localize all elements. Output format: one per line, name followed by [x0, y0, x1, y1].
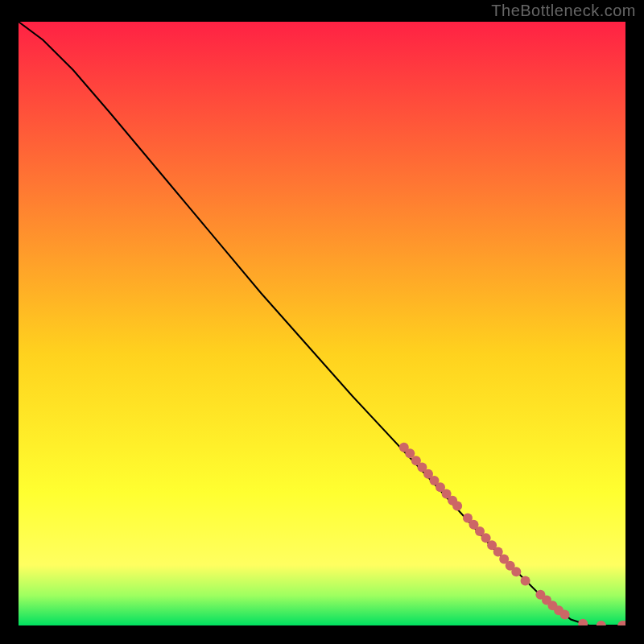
watermark-text: TheBottleneck.com — [491, 2, 636, 20]
plot-area — [19, 22, 625, 625]
chart-svg — [19, 22, 625, 625]
chart-stage: TheBottleneck.com — [0, 0, 644, 644]
data-marker — [452, 502, 462, 511]
data-marker — [560, 610, 570, 620]
data-marker — [511, 567, 521, 576]
data-marker — [521, 576, 530, 586]
